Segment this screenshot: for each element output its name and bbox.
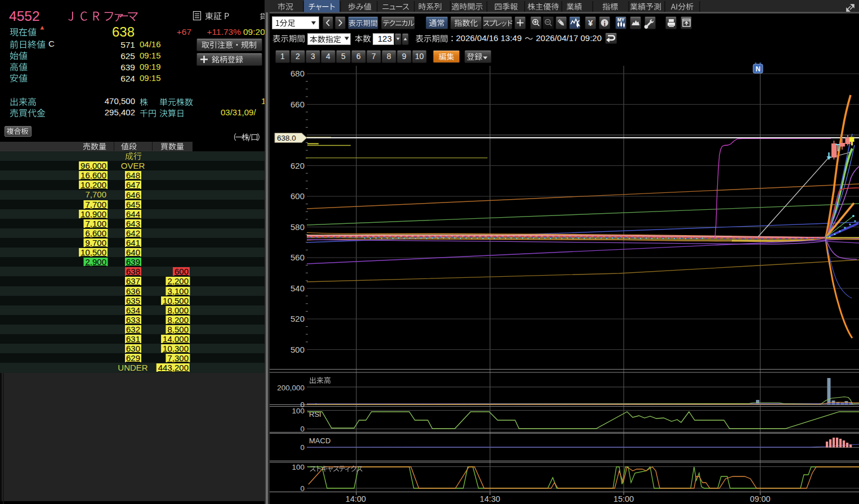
svg-text:600: 600 bbox=[290, 191, 305, 201]
svg-text:15:00: 15:00 bbox=[614, 494, 634, 503]
svg-text:620: 620 bbox=[290, 161, 305, 170]
svg-text:MACD: MACD bbox=[309, 436, 330, 445]
svg-text:100: 100 bbox=[292, 463, 305, 471]
svg-text:560: 560 bbox=[290, 253, 305, 262]
svg-text:100: 100 bbox=[292, 407, 305, 415]
svg-text:¥: ¥ bbox=[588, 18, 593, 28]
svg-text:520: 520 bbox=[290, 314, 305, 323]
svg-text:0: 0 bbox=[300, 443, 305, 452]
svg-text:0: 0 bbox=[300, 425, 305, 433]
svg-text:200,000: 200,000 bbox=[277, 384, 305, 392]
svg-text:14:00: 14:00 bbox=[346, 494, 366, 503]
svg-text:14:30: 14:30 bbox=[480, 494, 500, 503]
svg-text:09:00: 09:00 bbox=[750, 494, 770, 503]
svg-text:580: 580 bbox=[290, 222, 305, 232]
svg-text:540: 540 bbox=[290, 284, 305, 293]
svg-text:N: N bbox=[755, 65, 760, 73]
svg-text:RSI: RSI bbox=[309, 410, 321, 418]
svg-text:500: 500 bbox=[290, 345, 305, 354]
svg-text:0: 0 bbox=[300, 484, 305, 493]
svg-text:680: 680 bbox=[290, 69, 305, 78]
svg-text:660: 660 bbox=[290, 100, 305, 109]
svg-text:638.0: 638.0 bbox=[277, 134, 296, 142]
